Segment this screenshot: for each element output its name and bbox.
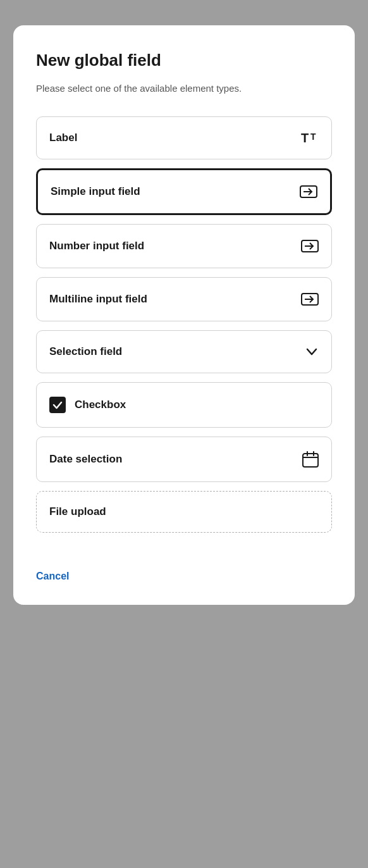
number-input-arrow-icon: [301, 239, 319, 254]
checkbox-checked-icon: [49, 397, 66, 413]
dialog-subtitle: Please select one of the available eleme…: [36, 82, 332, 96]
option-multiline-input-text: Multiline input field: [49, 293, 147, 306]
option-selection-text: Selection field: [49, 345, 122, 358]
text-format-icon: T T: [301, 131, 319, 145]
option-number-input[interactable]: Number input field: [36, 224, 332, 268]
option-label-text: Label: [49, 132, 77, 144]
option-label[interactable]: Label T T: [36, 116, 332, 159]
option-number-input-text: Number input field: [49, 240, 144, 252]
option-multiline-input[interactable]: Multiline input field: [36, 277, 332, 321]
chevron-down-icon: [305, 345, 319, 359]
option-selection-field[interactable]: Selection field: [36, 330, 332, 373]
input-arrow-icon: [300, 184, 317, 199]
checkbox-row: Checkbox: [49, 397, 126, 413]
svg-rect-8: [303, 454, 318, 467]
option-file-upload[interactable]: File upload: [36, 491, 332, 533]
option-checkbox[interactable]: Checkbox: [36, 382, 332, 428]
cancel-button[interactable]: Cancel: [36, 571, 69, 582]
dialog-title: New global field: [36, 51, 332, 70]
option-date-selection[interactable]: Date selection: [36, 437, 332, 482]
calendar-icon: [302, 451, 319, 468]
option-simple-input[interactable]: Simple input field: [36, 168, 332, 215]
option-list: Label T T Simple input field Number inp: [36, 116, 332, 533]
option-file-text: File upload: [49, 505, 106, 518]
option-checkbox-text: Checkbox: [75, 399, 126, 411]
svg-text:T: T: [301, 131, 309, 145]
svg-text:T: T: [310, 132, 316, 142]
multiline-arrow-icon: [301, 292, 319, 307]
option-date-text: Date selection: [49, 453, 122, 466]
option-simple-input-text: Simple input field: [51, 185, 140, 198]
new-global-field-dialog: New global field Please select one of th…: [13, 25, 355, 605]
